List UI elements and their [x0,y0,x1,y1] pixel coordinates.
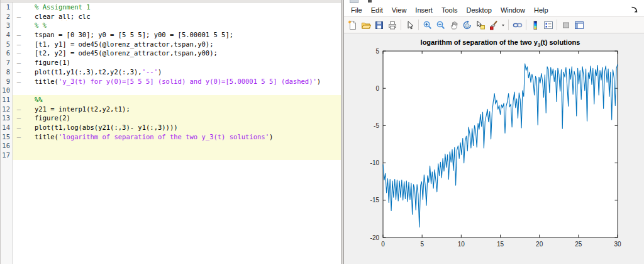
code-line-3[interactable]: 3% % [1,21,341,30]
editor-code-area[interactable]: 1% Assignment 12–clear all; clc3% %4–tsp… [1,3,341,160]
figure-titlebar-icon-fragment [350,0,358,3]
code-line-13[interactable]: 13–figure(2) [1,113,341,123]
show-plot-tools-icon[interactable] [572,18,586,32]
x-tick-label: 20 [536,241,543,248]
figure-menubar: FileEditViewInsertToolsDesktopWindowHelp [344,4,644,16]
breakpoint-alley[interactable]: – [13,132,25,142]
menu-window[interactable]: Window [496,5,530,15]
y-tick-label: 0 [375,85,379,92]
x-tick-label: 15 [497,241,504,248]
new-figure-icon[interactable] [346,18,359,32]
zoom-out-icon[interactable] [434,18,447,32]
breakpoint-alley[interactable]: – [13,105,25,114]
breakpoint-alley[interactable] [13,151,25,160]
rotate-3d-icon[interactable] [460,18,474,32]
code-text: [t1, y1] = ode45(@lorenz_attractor,tspan… [25,40,213,49]
y-tick-label: -20 [370,234,380,241]
code-line-7[interactable]: 7–figure(1) [1,58,341,67]
line-number: 5 [1,40,13,49]
code-text: title('y_3(t) for y(0)=[5 5 5] (solid) a… [25,77,321,86]
menu-view[interactable]: View [387,5,411,15]
code-text: %% [25,95,43,105]
toolbar-separator [418,20,419,30]
code-editor[interactable]: 1% Assignment 12–clear all; clc3% %4–tsp… [0,0,341,264]
line-number: 17 [1,151,13,160]
breakpoint-alley[interactable]: – [13,40,25,49]
axes-box [383,51,618,238]
code-line-11[interactable]: 11%% [1,95,341,105]
print-figure-icon[interactable] [386,18,399,32]
pan-icon[interactable] [447,18,460,32]
code-line-6[interactable]: 6–[t2, y2] = ode45(@lorenz_attractor,tsp… [1,49,341,58]
breakpoint-alley[interactable]: – [13,123,25,132]
code-line-15[interactable]: 15–title('logarithm of separation of the… [1,132,341,142]
breakpoint-alley[interactable]: – [13,67,25,77]
breakpoint-alley[interactable]: – [13,77,25,86]
menu-insert[interactable]: Insert [411,5,437,15]
line-number: 8 [1,67,13,77]
figure-toolbar [344,16,644,33]
open-file-icon[interactable] [359,18,372,32]
code-text: figure(1) [25,58,70,67]
breakpoint-alley[interactable]: – [13,30,25,40]
code-line-2[interactable]: 2–clear all; clc [1,12,341,21]
breakpoint-alley[interactable] [13,3,25,12]
breakpoint-alley[interactable] [13,141,25,151]
y-tick-label: 5 [375,48,379,55]
dock-figure-icon[interactable] [630,6,639,14]
breakpoint-alley[interactable]: – [13,12,25,21]
code-text: y21 = interp1(t2,y2,t1); [25,105,130,114]
line-number: 6 [1,49,13,58]
breakpoint-alley[interactable] [13,86,25,95]
code-line-1[interactable]: 1% Assignment 1 [1,3,341,12]
code-line-9[interactable]: 9–title('y_3(t) for y(0)=[5 5 5] (solid)… [1,77,341,86]
code-text: % Assignment 1 [25,3,91,12]
line-number: 9 [1,77,13,86]
link-plot-icon[interactable] [511,18,524,32]
code-line-5[interactable]: 5–[t1, y1] = ode45(@lorenz_attractor,tsp… [1,40,341,49]
breakpoint-alley[interactable]: – [13,113,25,123]
x-tick-label: 25 [575,241,582,248]
x-tick-label: 5 [420,241,424,248]
line-number: 13 [1,113,13,123]
line-number: 12 [1,105,13,114]
menu-tools[interactable]: Tools [437,5,462,15]
insert-legend-icon[interactable] [541,18,555,32]
line-number: 10 [1,86,13,95]
data-cursor-icon[interactable] [474,18,487,32]
zoom-in-icon[interactable] [421,18,434,32]
brush-icon[interactable] [487,18,500,32]
breakpoint-alley[interactable]: – [13,58,25,67]
code-line-10[interactable]: 10 [1,86,341,95]
code-line-16[interactable]: 16 [1,141,341,151]
edit-plot-icon[interactable] [403,18,416,32]
dropdown-caret-icon[interactable] [500,18,506,32]
figure-titlebar-text-fragment [368,0,372,3]
plot-axes[interactable]: 05101520253050-5-10-15-20 [344,33,644,264]
code-line-8[interactable]: 8–plot(t1,y1(:,3),t2,y2(:,3),'--') [1,67,341,77]
hide-plot-tools-icon[interactable] [559,18,572,32]
code-line-4[interactable]: 4–tspan = [0 30]; y0 = [5 5 5]; y00 = [5… [1,30,341,40]
menu-file[interactable]: File [347,5,367,15]
code-text [25,86,35,95]
code-text: figure(2) [25,113,70,123]
menu-desktop[interactable]: Desktop [462,5,496,15]
x-tick-label: 0 [381,241,385,248]
toolbar-separator [526,20,526,30]
save-figure-icon[interactable] [372,18,386,32]
menu-help[interactable]: Help [530,5,553,15]
line-number: 11 [1,95,13,105]
code-line-12[interactable]: 12–y21 = interp1(t2,y2,t1); [1,105,341,114]
menu-edit[interactable]: Edit [367,5,387,15]
code-text: [t2, y2] = ode45(@lorenz_attractor,tspan… [25,49,218,58]
code-line-14[interactable]: 14–plot(t1,log(abs(y21(:,3)- y1(:,3)))) [1,123,341,132]
insert-colorbar-icon[interactable] [528,18,541,32]
breakpoint-alley[interactable]: – [13,49,25,58]
breakpoint-alley[interactable] [13,95,25,105]
code-text: clear all; clc [25,12,91,21]
code-text: % % [25,21,47,30]
breakpoint-alley[interactable] [13,21,25,30]
code-text: tspan = [0 30]; y0 = [5 5 5]; y00 = [5.0… [25,30,233,40]
code-line-17[interactable]: 17 [1,151,341,160]
figure-canvas: logarithm of separation of the two y3(t)… [344,33,644,264]
